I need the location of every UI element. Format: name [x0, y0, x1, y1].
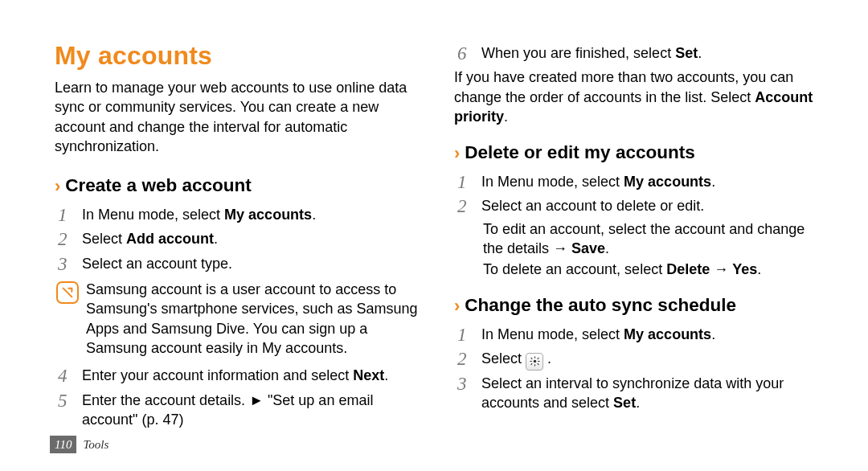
bold-text: Next — [353, 367, 384, 383]
right-column: 6 When you are finished, select Set. If … — [454, 39, 823, 432]
continuation-paragraph: If you have created more than two accoun… — [454, 68, 823, 126]
section-delete-edit-accounts: › Delete or edit my accounts — [454, 141, 823, 165]
manual-page: My accounts Learn to manage your web acc… — [0, 0, 868, 471]
step-5: 5 Enter the account details. ► "Set up a… — [55, 391, 424, 430]
step-1: 1 In Menu mode, select My accounts. — [454, 325, 823, 346]
step-3: 3 Select an account type. — [55, 254, 424, 275]
step-2: 2 Select Add account. — [55, 229, 424, 250]
gear-icon — [526, 353, 543, 371]
sub-instruction-edit: To edit an account, select the account a… — [454, 219, 823, 259]
step-text: Select an account type. — [82, 254, 424, 273]
step-1: 1 In Menu mode, select My accounts. — [55, 205, 424, 226]
step-6: 6 When you are finished, select Set. — [454, 43, 823, 64]
svg-rect-8 — [530, 363, 532, 365]
text-fragment: . — [636, 395, 640, 411]
text-fragment: . — [757, 261, 761, 277]
text-fragment: In Menu mode, select — [481, 174, 624, 190]
svg-rect-2 — [534, 365, 534, 367]
step-text: Select an interval to synchronize data w… — [481, 374, 823, 413]
svg-rect-5 — [530, 358, 532, 359]
bold-text: Save — [571, 240, 605, 256]
left-column: My accounts Learn to manage your web acc… — [55, 39, 424, 432]
bold-text: My accounts — [624, 174, 711, 190]
bold-text: Delete — [666, 261, 710, 277]
text-fragment: Select — [82, 231, 126, 247]
text-fragment: . — [214, 231, 218, 247]
chevron-right-icon: › — [454, 294, 460, 318]
step-2: 2 Select an account to delete or edit. — [454, 196, 823, 217]
svg-rect-3 — [530, 361, 531, 362]
section-title: Create a web account — [65, 174, 251, 198]
step-number: 2 — [457, 196, 472, 217]
step-text: When you are finished, select Set. — [481, 43, 823, 63]
text-fragment: . — [547, 350, 551, 367]
text-fragment: Enter your account information and selec… — [82, 367, 353, 383]
step-number: 4 — [58, 366, 72, 387]
text-fragment: . — [698, 45, 702, 61]
step-number: 1 — [457, 172, 472, 193]
note-text: Samsung account is a user account to acc… — [86, 280, 424, 358]
note-callout: Samsung account is a user account to acc… — [55, 280, 424, 358]
text-fragment: To delete an account, select — [483, 261, 666, 277]
step-text: Select an account to delete or edit. — [481, 196, 823, 215]
svg-rect-7 — [537, 358, 538, 359]
bold-text: Add account — [126, 231, 214, 247]
section-create-web-account: › Create a web account — [55, 174, 424, 198]
text-fragment: In Menu mode, select — [82, 207, 224, 223]
text-fragment: When you are finished, select — [481, 45, 675, 61]
step-4: 4 Enter your account information and sel… — [55, 366, 424, 387]
section-title: Change the auto sync schedule — [465, 293, 736, 317]
svg-rect-4 — [538, 361, 539, 362]
step-text: Enter the account details. ► "Set up an … — [82, 391, 424, 430]
bold-text: Set — [613, 395, 636, 411]
text-fragment: If you have created more than two accoun… — [454, 69, 793, 104]
step-number: 2 — [58, 229, 72, 250]
text-fragment: To edit an account, select the account a… — [483, 221, 805, 256]
page-footer: 110 Tools — [50, 436, 108, 453]
text-fragment: → — [710, 261, 732, 277]
text-fragment: . — [384, 367, 388, 383]
step-text: In Menu mode, select My accounts. — [82, 205, 424, 224]
svg-point-0 — [533, 360, 535, 362]
text-fragment: Select — [481, 350, 526, 367]
step-2: 2 Select . — [454, 349, 823, 371]
step-number: 5 — [58, 391, 72, 412]
chapter-name: Tools — [83, 436, 108, 453]
bold-text: My accounts — [224, 207, 312, 223]
text-fragment: . — [312, 207, 316, 223]
text-fragment: . — [711, 174, 715, 190]
text-fragment: In Menu mode, select — [481, 326, 624, 342]
step-number: 1 — [58, 205, 72, 226]
step-number: 3 — [457, 374, 472, 395]
bold-text: Yes — [732, 261, 757, 277]
section-auto-sync-schedule: › Change the auto sync schedule — [454, 293, 823, 317]
note-icon — [56, 281, 79, 304]
chevron-right-icon: › — [55, 174, 60, 199]
text-fragment: . — [504, 109, 508, 125]
step-1: 1 In Menu mode, select My accounts. — [454, 172, 823, 193]
svg-rect-6 — [537, 363, 538, 365]
step-number: 1 — [457, 325, 472, 346]
step-number: 2 — [457, 349, 472, 370]
intro-paragraph: Learn to manage your web accounts to use… — [55, 78, 424, 156]
step-text: In Menu mode, select My accounts. — [481, 325, 823, 344]
step-text: In Menu mode, select My accounts. — [481, 172, 823, 191]
step-text: Select Add account. — [82, 229, 424, 248]
step-text: Enter your account information and selec… — [82, 366, 424, 385]
page-number: 110 — [50, 436, 76, 453]
two-column-layout: My accounts Learn to manage your web acc… — [55, 39, 823, 432]
main-heading: My accounts — [55, 39, 424, 73]
section-title: Delete or edit my accounts — [465, 141, 694, 165]
chevron-right-icon: › — [454, 141, 460, 166]
bold-text: Set — [675, 45, 698, 61]
step-number: 3 — [58, 254, 72, 275]
text-fragment: . — [605, 240, 609, 256]
step-text: Select . — [481, 349, 823, 371]
sub-instruction-delete: To delete an account, select Delete → Ye… — [454, 260, 823, 279]
text-fragment: . — [711, 326, 715, 342]
bold-text: My accounts — [624, 326, 711, 342]
svg-rect-1 — [534, 357, 534, 358]
step-number: 6 — [457, 43, 472, 64]
step-3: 3 Select an interval to synchronize data… — [454, 374, 823, 413]
